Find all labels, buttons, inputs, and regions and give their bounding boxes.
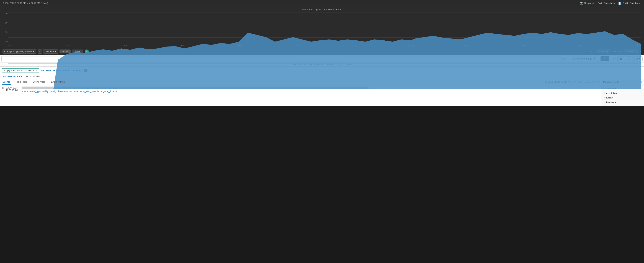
- chart-container: Average of upgrade_duration over time 30…: [0, 6, 644, 48]
- y-label-10: 10: [5, 31, 8, 33]
- field-facility-label: facility: [606, 96, 613, 99]
- manage-field-facility: ＋ facility: [603, 95, 642, 100]
- field-plus-event-type[interactable]: ＋: [603, 91, 606, 95]
- snapshot-label: Snapshot: [584, 2, 594, 4]
- chart-x-labels: 15:40 15:45 15:50 15:55 16:00 16:05 16:1…: [8, 43, 641, 48]
- svg-marker-4: [8, 31, 641, 89]
- tab-field-table-label: Field Table: [16, 80, 27, 83]
- field-upgrade-duration[interactable]: upgrade_duration: [101, 90, 118, 93]
- x-label-1635: 16:35: [636, 44, 641, 46]
- field-event-type[interactable]: event_type: [30, 90, 41, 93]
- x-label-1545: 15:45: [65, 44, 70, 46]
- y-label-30: 30: [5, 12, 8, 14]
- x-label-1540: 15:40: [8, 44, 13, 46]
- x-label-1625: 16:25: [522, 44, 527, 46]
- tab-events-label: Events: [2, 80, 10, 83]
- field-plus-hostname[interactable]: ＋: [603, 101, 606, 104]
- tab-event-types[interactable]: Event Types: [32, 79, 46, 85]
- event-time: 16:36:10.446: [6, 89, 20, 91]
- tab-event-trends-label: Event Trends: [51, 80, 65, 83]
- field-appname[interactable]: appname: [70, 90, 78, 93]
- goto-snapshots-label: Go to Snapshots: [598, 2, 615, 4]
- tab-field-table[interactable]: Field Table: [15, 79, 28, 85]
- x-label-1600: 16:00: [237, 44, 242, 46]
- x-label-1555: 15:55: [180, 44, 184, 46]
- x-label-1550: 15:50: [122, 44, 128, 46]
- event-fields: source event_type facility priority host…: [22, 90, 600, 93]
- chart-y-labels: 30 20 10 0: [3, 12, 8, 42]
- field-hostname[interactable]: hostname: [58, 90, 68, 93]
- tab-event-trends[interactable]: Event Trends: [50, 79, 66, 85]
- x-label-1610: 16:10: [351, 44, 356, 46]
- chart-title: Average of upgrade_duration over time: [3, 8, 641, 11]
- field-plus-facility[interactable]: ＋: [603, 96, 606, 99]
- y-label-0: 0: [6, 40, 8, 42]
- filter-remove-button[interactable]: ✕: [4, 69, 5, 72]
- field-priority[interactable]: priority: [50, 90, 56, 93]
- event-gear-icon[interactable]: ⚙: [2, 86, 4, 89]
- chart-wrapper: 30 20 10 0 15:40 15:45 15:50 15:55 16:00…: [3, 12, 641, 48]
- manage-field-hostname: ＋ hostname: [603, 100, 642, 104]
- goto-snapshots-button[interactable]: Go to Snapshots: [598, 2, 615, 4]
- x-label-1620: 16:20: [465, 44, 470, 46]
- top-bar: Jul 10, 2023 3:37:11 PM to 4:37:12 PM (1…: [0, 0, 644, 6]
- manage-field-event-type: ＋ event_type: [603, 91, 642, 95]
- x-label-1615: 16:15: [408, 44, 413, 46]
- camera-icon: 📷: [580, 1, 583, 5]
- tab-event-types-label: Event Types: [32, 80, 45, 83]
- snapshot-button[interactable]: 📷 Snapshot: [580, 1, 594, 5]
- add-dashboard-label: Add to Dashboard: [622, 2, 641, 4]
- field-source[interactable]: source: [22, 90, 28, 93]
- dashboard-icon: 📊: [618, 2, 621, 5]
- field-facility[interactable]: facility: [42, 90, 48, 93]
- add-dashboard-button[interactable]: 📊 Add to Dashboard: [618, 2, 641, 5]
- tab-events[interactable]: Events: [2, 79, 11, 85]
- x-label-1605: 16:05: [294, 44, 299, 46]
- time-range-display: Jul 10, 2023 3:37:11 PM to 4:37:12 PM (1…: [3, 2, 48, 4]
- y-label-20: 20: [5, 22, 8, 24]
- field-hostname-label: hostname: [606, 101, 616, 104]
- top-bar-actions: 📷 Snapshot Go to Snapshots 📊 Add to Dash…: [580, 1, 641, 5]
- x-label-1630: 16:30: [579, 44, 584, 46]
- field-vmw-vsan-severity[interactable]: vmw_vsan_severity: [80, 90, 99, 93]
- field-event-type-label: event_type: [606, 92, 618, 94]
- chart-svg: [8, 12, 641, 89]
